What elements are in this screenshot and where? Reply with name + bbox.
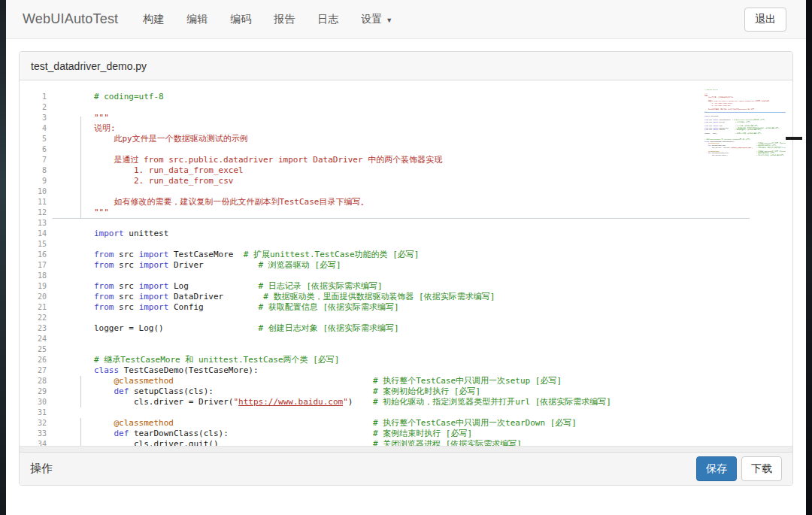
nav-item-6[interactable]: 设置▼ (350, 0, 404, 38)
line-number: 5 (20, 134, 47, 144)
desktop-edge-left (0, 0, 6, 515)
code-segment: Log (168, 281, 258, 291)
line-number: 13 (20, 218, 47, 229)
docstring-separator (53, 218, 750, 219)
code-segment: # 初始化驱动，指定浏览器类型并打开url [依据实际需求编写] (756, 147, 786, 148)
nav-item-3[interactable]: 编码 (219, 0, 262, 38)
line-number: 20 (20, 292, 47, 302)
code-segment: from (94, 302, 114, 312)
nav-item-1[interactable]: 构建 (132, 0, 175, 38)
code-line: 如有修改的需要，建议复制一份此文件副本到TestCase目录下编写。 (94, 197, 792, 208)
line-number-gutter: 1234567891011121314151617181920212223242… (20, 92, 47, 450)
desktop-edge-right (806, 0, 812, 515)
code-segment: from (94, 292, 114, 301)
code-segment: # 初始化驱动，指定浏览器类型并打开url [依据实际需求编写] (373, 397, 611, 407)
code-segment: # 创建日志对象 [依据实际需求编写] (735, 133, 762, 135)
line-number: 16 (20, 250, 47, 260)
code-minimap[interactable]: # coding=utf-8"""说明: 此py文件是一个数据驱动测试的示例 是… (704, 89, 786, 162)
code-line (94, 313, 792, 323)
line-number: 24 (20, 334, 47, 344)
code-segment: from (94, 281, 114, 291)
code-segment: 2. run_date_from_csv (704, 105, 730, 106)
code-segment: # 扩展unittest.TestCase功能的类 [必写] (244, 250, 420, 259)
footer-label: 操作 (30, 462, 53, 476)
horizontal-scrollbar[interactable] (20, 446, 792, 452)
line-number: 21 (20, 302, 47, 313)
code-segment: import (704, 115, 710, 117)
code-segment: @classmethod (114, 418, 174, 428)
line-number: 8 (20, 165, 47, 176)
download-button[interactable]: 下载 (741, 456, 782, 482)
code-line: 1. run_data_from_excel (94, 165, 792, 176)
code-line: cls.driver = Driver("https://www.baidu.c… (94, 397, 792, 407)
line-number: 25 (20, 344, 47, 355)
line-number: 32 (20, 418, 47, 429)
code-segment: 是通过 from src.public.datadriver import Da… (94, 155, 442, 165)
code-segment: # 数据驱动类，里面提供数据驱动装饰器 [依据实际需求编写] (263, 292, 495, 301)
code-segment: # 获取配置信息 [依据实际需求编写] (259, 302, 399, 312)
code-segment: cls.driver = Driver( (704, 147, 730, 148)
code-segment: # 案例结束时执行 [必写] (373, 429, 472, 438)
line-number: 33 (20, 429, 47, 439)
code-segment: # 关闭浏览器进程 [依据实际需求编写] (756, 154, 784, 156)
nav-item-4[interactable]: 报告 (262, 0, 306, 38)
minimap-content: # coding=utf-8"""说明: 此py文件是一个数据驱动测试的示例 是… (704, 89, 786, 156)
code-segment: tearDownClass(cls): (129, 429, 373, 438)
code-line: @classmethod # 执行整个TestCase中只调用一次setup [… (94, 376, 792, 386)
code-line: class TestCaseDemo(TestCaseMore): (94, 365, 792, 376)
code-segment: # 日志记录 [依据实际需求编写] (259, 281, 383, 291)
code-segment: class (94, 365, 119, 375)
code-line (94, 186, 792, 197)
line-number: 31 (20, 407, 47, 418)
fold-guide-setup (80, 376, 81, 407)
code-segment (94, 386, 114, 396)
file-panel: test_datadriver_demo.py 1234567891011121… (19, 51, 793, 486)
logout-button[interactable]: 退出 (744, 8, 786, 32)
code-segment: Driver (168, 260, 258, 270)
line-number: 18 (20, 271, 47, 281)
scrollbar-marker[interactable] (786, 137, 802, 140)
code-line: def setupClass(cls): # 案例初始化时执行 [必写] (94, 386, 792, 397)
url-link[interactable]: https://www.baidu.com (238, 397, 343, 407)
code-segment: import (713, 121, 718, 123)
code-segment: import (94, 229, 124, 238)
code-segment: Config (168, 302, 258, 312)
line-number: 15 (20, 239, 47, 250)
app-brand[interactable]: WebUIAutoTest (23, 11, 118, 27)
code-line (94, 407, 792, 418)
code-line: def tearDownClass(cls): # 案例结束时执行 [必写] (94, 429, 792, 439)
code-line (94, 218, 792, 229)
code-segment: logger = Log() (94, 323, 259, 333)
code-line (94, 334, 792, 344)
line-number: 4 (20, 123, 47, 134)
browser-page: WebUIAutoTest 构建编辑编码报告日志设置▼ 退出 test_data… (6, 0, 806, 515)
code-segment: cls.driver = Driver( (94, 397, 233, 407)
navbar-menu: 构建编辑编码报告日志设置▼ (132, 0, 404, 38)
code-segment: # 获取配置信息 [依据实际需求编写] (735, 129, 762, 130)
code-segment (94, 429, 114, 438)
line-number: 1 (20, 92, 47, 102)
fold-guide-teardown (80, 418, 81, 447)
code-editor[interactable]: 1234567891011121314151617181920212223242… (20, 80, 792, 452)
code-segment: import (139, 292, 169, 301)
code-segment: import (139, 281, 169, 291)
minimap-line: cls.driver.quit() # 关闭浏览器进程 [依据实际需求编写] (704, 154, 786, 156)
line-number: 11 (20, 197, 47, 208)
code-line (94, 271, 792, 281)
code-line: """ (94, 113, 792, 123)
nav-item-5[interactable]: 日志 (306, 0, 350, 38)
code-line: logger = Log() # 创建日志对象 [依据实际需求编写] (94, 323, 792, 334)
code-segment: @classmethod (114, 376, 174, 386)
save-button[interactable]: 保存 (696, 456, 737, 482)
code-segment: src (114, 250, 139, 259)
nav-item-2[interactable]: 编辑 (175, 0, 219, 38)
code-segment: 此py文件是一个数据驱动测试的示例 (704, 96, 733, 98)
code-segment: # 浏览器驱动 [必写] (259, 260, 341, 270)
code-segment: """ (94, 113, 109, 123)
code-line: 2. run_date_from_csv (94, 176, 792, 186)
line-number: 9 (20, 176, 47, 186)
code-segment: import (139, 250, 169, 259)
code-segment: unittest (710, 115, 718, 117)
code-segment: def (114, 386, 129, 396)
code-segment: Driver (718, 121, 735, 123)
